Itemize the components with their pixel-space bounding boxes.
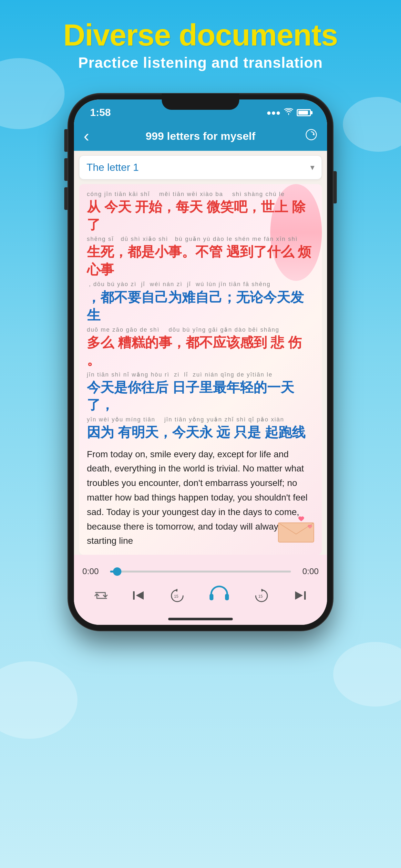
nav-bar: ‹ 999 letters for myself [74,121,327,151]
cloud-decoration-2 [343,97,401,152]
audio-player: 0:00 0:00 [74,561,327,618]
rewind-button[interactable]: 15 [169,587,185,606]
phone-notch [162,94,239,110]
svg-text:15: 15 [258,594,263,599]
progress-thumb [113,567,121,576]
home-indicator-area [74,618,327,625]
wifi-icon [284,107,294,118]
hanzi-6: 因为 有明天，今天永 远 只是 起跑线 [87,424,314,441]
svg-marker-9 [261,589,264,592]
pinyin-3: ，dōu bú yào zì jǐ wéi nán zì jǐ wú lùn j… [87,280,314,288]
progress-bar-row: 0:00 0:00 [82,566,319,577]
hanzi-3: ，都不要自己为难自己；无论今天发生 [87,289,314,324]
refresh-icon[interactable] [298,128,317,144]
app-subtitle: Practice listening and translation [0,54,401,71]
svg-text:15: 15 [174,594,179,599]
back-button[interactable]: ‹ [84,126,103,146]
forward-button[interactable]: 15 [253,587,270,606]
cloud-decoration-4 [333,642,401,707]
app-header: Diverse documents Practice listening and… [0,0,401,74]
text-line-4: duō me zāo gāo de shì dōu bù yīng gāi gǎ… [87,326,314,369]
text-line-6: yīn wèi yǒu míng tiān jīn tiān yǒng yuǎn… [87,416,314,441]
pinyin-4: duō me zāo gāo de shì dōu bù yīng gāi gǎ… [87,326,314,333]
svg-rect-11 [304,591,306,600]
hanzi-4: 多么 糟糕的事，都不应该感到 悲 伤 。 [87,334,314,369]
text-line-3: ，dōu bú yào zì jǐ wéi nán zì jǐ wú lùn j… [87,280,314,324]
svg-rect-7 [210,594,213,600]
svg-marker-1 [312,133,314,135]
svg-point-0 [306,129,316,140]
dropdown-arrow-icon: ▾ [310,162,314,173]
svg-marker-12 [295,591,303,600]
status-time: 1:58 [90,106,111,119]
pinyin-5: jīn tiān shì nǐ wǎng hòu rì zi lǐ zuì ni… [87,371,314,378]
content-area: cóng jīn tiān kāi shǐ měi tiān wēi xiào … [79,184,322,555]
nav-title: 999 letters for myself [103,130,298,143]
pinyin-1: cóng jīn tiān kāi shǐ měi tiān wēi xiào … [87,190,314,197]
app-title: Diverse documents [0,20,401,51]
letter-selector[interactable]: The letter 1 ▾ [79,155,322,180]
audio-controls: 15 [82,582,319,615]
pinyin-6: yīn wèi yǒu míng tiān jīn tiān yǒng yuǎn… [87,416,314,423]
hanzi-2: 生死，都是小事。不管 遇到了什么 烦心事 [87,243,314,278]
svg-marker-4 [136,591,144,600]
battery-icon [297,109,311,116]
progress-track[interactable] [110,570,291,572]
text-line-2: shēng sǐ dū shì xiǎo shì bù guǎn yù dào … [87,236,314,278]
skip-forward-button[interactable] [292,588,307,605]
svg-marker-5 [175,589,177,592]
text-line-1: cóng jīn tiān kāi shǐ měi tiān wēi xiào … [87,190,314,234]
total-time: 0:00 [296,566,319,577]
status-icons: ●●● [267,107,311,118]
home-bar [168,618,233,620]
skip-back-button[interactable] [131,588,146,605]
spacer [74,555,327,561]
play-button[interactable] [208,585,230,608]
phone-mockup: 1:58 ●●● ‹ 999 letters for myself [68,94,333,631]
current-time: 0:00 [82,566,105,577]
pinyin-2: shēng sǐ dū shì xiǎo shì bù guǎn yù dào … [87,236,314,243]
repeat-button[interactable] [94,589,109,604]
hanzi-1: 从 今天 开始，每天 微笑吧，世上 除了 [87,198,314,234]
phone-screen: 1:58 ●●● ‹ 999 letters for myself [74,99,327,625]
hanzi-5: 今天是你往后 日子里最年轻的一天了， [87,379,314,414]
svg-rect-3 [133,591,135,600]
selector-label: The letter 1 [87,161,310,174]
text-line-5: jīn tiān shì nǐ wǎng hòu rì zi lǐ zuì ni… [87,371,314,414]
svg-rect-8 [225,594,229,600]
envelope-decoration [277,515,315,545]
chinese-content-block: cóng jīn tiān kāi shǐ měi tiān wēi xiào … [87,190,314,441]
phone-outer-shell: 1:58 ●●● ‹ 999 letters for myself [68,94,333,631]
cloud-decoration-3 [0,661,78,739]
signal-icon: ●●● [267,108,281,117]
